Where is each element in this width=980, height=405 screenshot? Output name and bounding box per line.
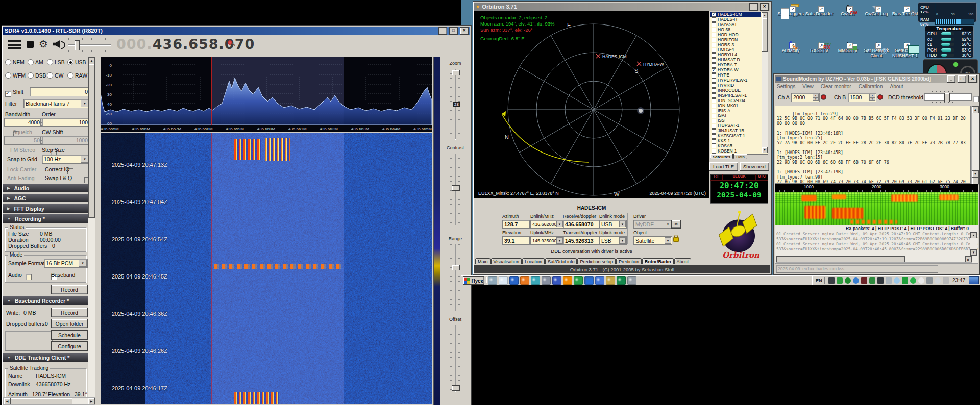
quick-launch-icon[interactable] [488, 276, 497, 285]
sat-checkbox[interactable] [712, 22, 716, 27]
slider-thumb[interactable] [452, 70, 460, 75]
sat-checkbox[interactable] [712, 63, 716, 68]
driver-config-button[interactable]: ⧉ [671, 220, 681, 229]
cha-input[interactable]: 2000▲▼ [791, 93, 820, 102]
sat-checkbox[interactable] [712, 144, 716, 148]
section-header[interactable]: ▶ Audio [3, 184, 88, 192]
speaker-icon[interactable] [53, 40, 60, 48]
quick-launch-icon[interactable] [499, 276, 508, 285]
panel-hscrollbar[interactable]: ◀ ▶ [3, 397, 95, 405]
contrast-slider[interactable]: Contrast [441, 142, 470, 225]
mode-radio[interactable]: USB [67, 59, 88, 65]
scroll-up-icon[interactable]: ▲ [972, 106, 979, 113]
orbitron-tab[interactable]: Prediction setup [577, 258, 616, 264]
orbitron-tab[interactable]: Sat/Orbit info [545, 258, 577, 264]
tray-icon[interactable] [943, 277, 949, 284]
slider-thumb[interactable] [452, 265, 460, 270]
close-button[interactable]: ✕ [460, 27, 469, 35]
scroll-thumb[interactable] [762, 18, 768, 52]
desktop-icon[interactable]: ↗ Audacity [776, 43, 805, 58]
scroll-down-icon[interactable]: ▼ [970, 249, 977, 256]
gear-icon[interactable]: ⚙ [39, 38, 48, 50]
quick-launch-icon[interactable] [552, 276, 561, 285]
sat-checkbox[interactable] [712, 104, 716, 108]
section-header[interactable]: ▶ AGC [3, 194, 88, 202]
chevron-down-icon[interactable]: ▼ [79, 260, 87, 267]
close-button[interactable]: ✕ [760, 3, 769, 11]
tray-icon[interactable] [902, 277, 908, 284]
quick-launch-icon[interactable] [531, 276, 540, 285]
desktop-icon[interactable]: ↗ CwGet [834, 6, 862, 16]
clock-utc-label[interactable]: UTC [755, 174, 768, 180]
sat-checkbox[interactable] [712, 33, 716, 37]
taskbar-clock[interactable]: 23:47 [951, 277, 967, 283]
sat-checkbox[interactable] [712, 28, 716, 32]
minimize-button[interactable]: _ [749, 3, 758, 11]
sat-checkbox[interactable] [712, 12, 716, 17]
orbitron-tab[interactable]: About [674, 258, 692, 264]
azimuth-field[interactable]: 128.7 [502, 220, 530, 229]
menu-item[interactable]: Settings [777, 84, 795, 89]
sat-checkbox[interactable] [712, 38, 716, 42]
status-scrollbar[interactable]: ▲ ▼ [970, 232, 977, 256]
sm-waterfall[interactable] [775, 192, 978, 225]
tray-icon[interactable] [828, 277, 835, 284]
scroll-left-icon[interactable]: ◀ [4, 398, 11, 404]
order-input[interactable]: 100▲▼ [42, 118, 88, 127]
menu-item[interactable]: Clear monitor [821, 84, 851, 89]
bb-record-button[interactable]: Record [51, 308, 88, 317]
scroll-thumb[interactable] [10, 398, 72, 404]
mode-radio[interactable]: NFM [5, 59, 28, 65]
sat-checkbox[interactable] [712, 43, 716, 47]
stop-icon[interactable] [27, 41, 34, 48]
minimize-button[interactable]: _ [947, 75, 955, 83]
tray-icon[interactable] [877, 277, 884, 284]
quick-launch-icon[interactable] [606, 276, 615, 285]
sat-checkbox[interactable] [712, 48, 716, 53]
uplink-dropdown[interactable]: 145.925000▼ [530, 236, 564, 245]
recording-section-header[interactable]: ▼ Recording * [3, 214, 88, 223]
bandwidth-input[interactable]: 4000▲▼ [4, 118, 47, 127]
monitor-scrollbar[interactable]: ▲ ▼ [971, 106, 979, 185]
quick-launch-icon[interactable] [563, 276, 572, 285]
scroll-down-icon[interactable]: ▼ [762, 147, 768, 153]
scroll-thumb[interactable] [972, 177, 979, 184]
slider-thumb[interactable] [452, 385, 460, 391]
dnlink-mode-dropdown[interactable]: USB▼ [599, 220, 627, 229]
mode-radio[interactable]: AM [28, 59, 47, 65]
chevron-down-icon[interactable]: ▼ [619, 237, 626, 244]
quick-launch-icon[interactable] [574, 276, 583, 285]
scroll-thumb[interactable] [776, 256, 905, 262]
uplink-mode-dropdown[interactable]: LSB▼ [599, 236, 627, 245]
quick-launch-icon[interactable] [584, 276, 594, 285]
dnlink-dropdown[interactable]: 436.662000▼ [530, 220, 564, 229]
hold-pointers-checkbox[interactable] [973, 96, 979, 102]
shift-checkbox[interactable] [5, 91, 11, 97]
sat-checkbox[interactable] [712, 78, 716, 83]
sat-checkbox[interactable] [712, 93, 716, 98]
object-dropdown[interactable]: Satellite▼ [633, 236, 672, 245]
menu-icon[interactable] [8, 40, 21, 49]
scroll-up-icon[interactable]: ▲ [88, 57, 95, 64]
chevron-down-icon[interactable]: ▼ [556, 221, 563, 227]
waterfall-display[interactable]: 2025-04-09 20:47:13Z2025-04-09 20:47:04Z… [101, 133, 432, 404]
orbitron-tab[interactable]: Location [522, 258, 545, 264]
menu-item[interactable]: About [890, 84, 903, 89]
sat-checkbox[interactable] [712, 73, 716, 78]
quick-launch-icon[interactable] [627, 276, 636, 285]
shift-input[interactable]: 0 ▲▼ [30, 87, 88, 96]
tray-icon[interactable] [910, 277, 916, 284]
chevron-down-icon[interactable]: ▼ [556, 237, 563, 244]
sat-checkbox[interactable] [712, 17, 716, 22]
receive-doppler-field[interactable]: 436.658070 [563, 220, 600, 229]
sat-checkbox[interactable] [712, 119, 716, 123]
tray-icon[interactable] [837, 277, 843, 284]
satlist-tab[interactable]: Satellites [710, 154, 733, 159]
show-desktop-icon[interactable] [969, 276, 979, 284]
show-next-button[interactable]: Show next [740, 162, 769, 171]
tray-icon[interactable] [894, 277, 900, 284]
offset-slider[interactable]: Offset [441, 314, 470, 391]
slider-thumb[interactable] [452, 185, 460, 191]
orbitron-tab[interactable]: Rotor/Radio [642, 258, 674, 264]
zoom-slider[interactable]: Zoom [441, 58, 470, 139]
